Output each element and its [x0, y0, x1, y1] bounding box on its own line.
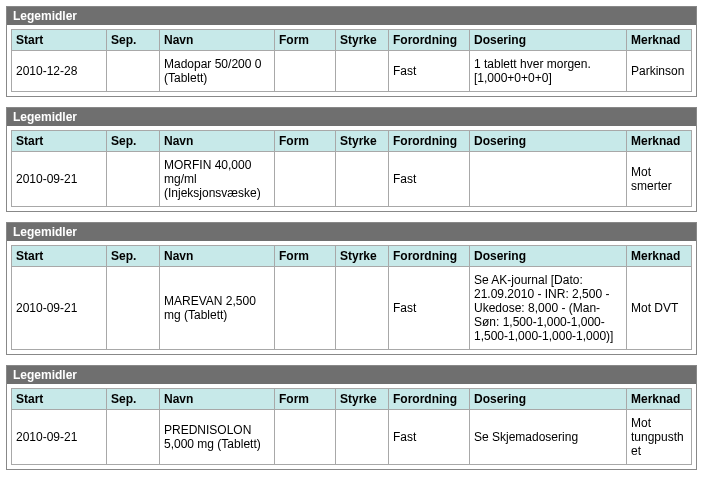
table-header-row: StartSep.NavnFormStyrkeForordningDoserin…: [12, 246, 692, 267]
col-header-form: Form: [275, 131, 336, 152]
cell-start: 2010-09-21: [12, 410, 107, 465]
col-header-dosering: Dosering: [470, 246, 627, 267]
col-header-start: Start: [12, 389, 107, 410]
cell-dosering: Se AK-journal [Dato: 21.09.2010 - INR: 2…: [470, 267, 627, 350]
table-header-row: StartSep.NavnFormStyrkeForordningDoserin…: [12, 389, 692, 410]
cell-styrke: [336, 267, 389, 350]
panel-title: Legemidler: [7, 7, 696, 25]
cell-styrke: [336, 51, 389, 92]
medication-panel: LegemidlerStartSep.NavnFormStyrkeForordn…: [6, 365, 697, 470]
medication-panel: LegemidlerStartSep.NavnFormStyrkeForordn…: [6, 107, 697, 212]
cell-sep: [107, 267, 160, 350]
cell-start: 2010-09-21: [12, 267, 107, 350]
panel-body: StartSep.NavnFormStyrkeForordningDoserin…: [7, 25, 696, 96]
cell-forordning: Fast: [389, 410, 470, 465]
col-header-form: Form: [275, 246, 336, 267]
col-header-navn: Navn: [160, 389, 275, 410]
table-header-row: StartSep.NavnFormStyrkeForordningDoserin…: [12, 30, 692, 51]
cell-styrke: [336, 410, 389, 465]
cell-form: [275, 152, 336, 207]
col-header-forordning: Forordning: [389, 30, 470, 51]
cell-start: 2010-09-21: [12, 152, 107, 207]
panel-body: StartSep.NavnFormStyrkeForordningDoserin…: [7, 384, 696, 469]
cell-form: [275, 410, 336, 465]
col-header-start: Start: [12, 131, 107, 152]
table-row: 2010-09-21MAREVAN 2,500 mg (Tablett)Fast…: [12, 267, 692, 350]
col-header-merknad: Merknad: [627, 389, 692, 410]
cell-start: 2010-12-28: [12, 51, 107, 92]
col-header-dosering: Dosering: [470, 131, 627, 152]
cell-dosering: [470, 152, 627, 207]
panel-title: Legemidler: [7, 223, 696, 241]
col-header-styrke: Styrke: [336, 30, 389, 51]
table-header-row: StartSep.NavnFormStyrkeForordningDoserin…: [12, 131, 692, 152]
medication-table: StartSep.NavnFormStyrkeForordningDoserin…: [11, 130, 692, 207]
medication-panel: LegemidlerStartSep.NavnFormStyrkeForordn…: [6, 222, 697, 355]
cell-styrke: [336, 152, 389, 207]
cell-navn: PREDNISOLON 5,000 mg (Tablett): [160, 410, 275, 465]
medication-panel: LegemidlerStartSep.NavnFormStyrkeForordn…: [6, 6, 697, 97]
col-header-styrke: Styrke: [336, 246, 389, 267]
cell-form: [275, 267, 336, 350]
medication-table: StartSep.NavnFormStyrkeForordningDoserin…: [11, 245, 692, 350]
col-header-styrke: Styrke: [336, 389, 389, 410]
cell-merknad: Mot smerter: [627, 152, 692, 207]
cell-navn: MAREVAN 2,500 mg (Tablett): [160, 267, 275, 350]
col-header-forordning: Forordning: [389, 246, 470, 267]
col-header-styrke: Styrke: [336, 131, 389, 152]
col-header-sep: Sep.: [107, 246, 160, 267]
col-header-navn: Navn: [160, 30, 275, 51]
col-header-dosering: Dosering: [470, 389, 627, 410]
cell-navn: MORFIN 40,000 mg/ml (Injeksjonsvæske): [160, 152, 275, 207]
col-header-form: Form: [275, 30, 336, 51]
table-row: 2010-09-21PREDNISOLON 5,000 mg (Tablett)…: [12, 410, 692, 465]
cell-sep: [107, 152, 160, 207]
medication-table: StartSep.NavnFormStyrkeForordningDoserin…: [11, 388, 692, 465]
cell-forordning: Fast: [389, 267, 470, 350]
cell-forordning: Fast: [389, 51, 470, 92]
panel-title: Legemidler: [7, 108, 696, 126]
panel-body: StartSep.NavnFormStyrkeForordningDoserin…: [7, 241, 696, 354]
cell-merknad: Parkinson: [627, 51, 692, 92]
cell-forordning: Fast: [389, 152, 470, 207]
cell-navn: Madopar 50/200 0 (Tablett): [160, 51, 275, 92]
col-header-sep: Sep.: [107, 389, 160, 410]
cell-merknad: Mot tungpusthet: [627, 410, 692, 465]
col-header-forordning: Forordning: [389, 389, 470, 410]
cell-dosering: Se Skjemadosering: [470, 410, 627, 465]
col-header-merknad: Merknad: [627, 246, 692, 267]
panel-body: StartSep.NavnFormStyrkeForordningDoserin…: [7, 126, 696, 211]
table-row: 2010-12-28Madopar 50/200 0 (Tablett)Fast…: [12, 51, 692, 92]
cell-sep: [107, 51, 160, 92]
col-header-dosering: Dosering: [470, 30, 627, 51]
medication-table: StartSep.NavnFormStyrkeForordningDoserin…: [11, 29, 692, 92]
cell-merknad: Mot DVT: [627, 267, 692, 350]
col-header-start: Start: [12, 246, 107, 267]
cell-dosering: 1 tablett hver morgen. [1,000+0+0+0]: [470, 51, 627, 92]
col-header-navn: Navn: [160, 131, 275, 152]
col-header-sep: Sep.: [107, 30, 160, 51]
col-header-sep: Sep.: [107, 131, 160, 152]
col-header-start: Start: [12, 30, 107, 51]
panel-title: Legemidler: [7, 366, 696, 384]
col-header-form: Form: [275, 389, 336, 410]
col-header-forordning: Forordning: [389, 131, 470, 152]
cell-form: [275, 51, 336, 92]
cell-sep: [107, 410, 160, 465]
col-header-navn: Navn: [160, 246, 275, 267]
col-header-merknad: Merknad: [627, 30, 692, 51]
col-header-merknad: Merknad: [627, 131, 692, 152]
table-row: 2010-09-21MORFIN 40,000 mg/ml (Injeksjon…: [12, 152, 692, 207]
